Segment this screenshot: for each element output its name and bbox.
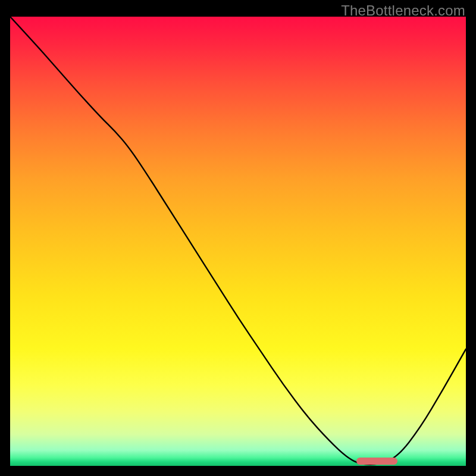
watermark-text: TheBottleneck.com [341, 2, 465, 19]
bottleneck-curve [10, 17, 466, 466]
optimum-marker [356, 458, 397, 465]
plot-area [10, 17, 466, 466]
chart-frame: TheBottleneck.com [0, 0, 476, 476]
